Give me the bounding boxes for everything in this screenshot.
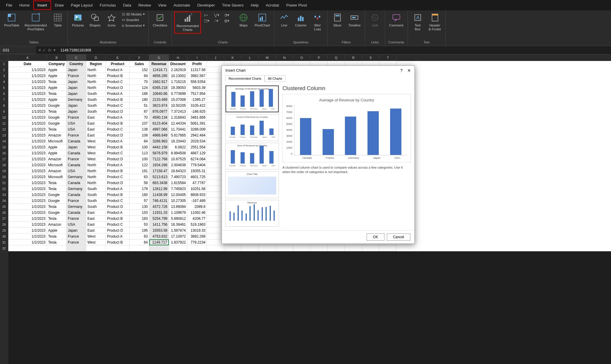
cell[interactable]: 10.50205: [169, 103, 187, 109]
select-all-corner[interactable]: [0, 54, 8, 61]
cell[interactable]: 2089.6: [187, 204, 207, 210]
close-icon[interactable]: ✕: [407, 68, 411, 73]
row-header[interactable]: 1: [0, 61, 8, 67]
cell[interactable]: 1149.717: [149, 239, 169, 245]
cell[interactable]: East: [86, 132, 106, 138]
cell[interactable]: Tesla: [47, 233, 67, 239]
cell[interactable]: 10640.66: [149, 91, 169, 97]
cell[interactable]: [130, 245, 149, 251]
cell[interactable]: West: [86, 239, 106, 245]
cell[interactable]: East: [86, 222, 106, 228]
cell[interactable]: 1.316843: [169, 114, 187, 120]
cell[interactable]: 2.004638: [169, 162, 187, 168]
icons-button[interactable]: Icons: [104, 12, 119, 29]
col-header-D[interactable]: D: [86, 54, 106, 61]
cell[interactable]: South: [86, 91, 106, 97]
cell[interactable]: Product C: [106, 222, 130, 228]
cell[interactable]: North: [86, 67, 106, 73]
cell[interactable]: 113: [130, 150, 149, 156]
col-header-K[interactable]: K: [224, 54, 241, 61]
chart-thumbnail[interactable]: Chart Title: [225, 171, 279, 198]
cell[interactable]: Product D: [106, 204, 130, 210]
cell[interactable]: 12.44334: [169, 120, 187, 126]
cell[interactable]: 16.38461: [169, 222, 187, 228]
cell[interactable]: [106, 245, 130, 251]
cell[interactable]: 10.87525: [169, 156, 187, 162]
cell[interactable]: 108: [130, 132, 149, 138]
cell[interactable]: Japan: [67, 85, 86, 91]
cell[interactable]: 7.490723: [169, 174, 187, 180]
cell[interactable]: 181: [130, 168, 149, 174]
cell[interactable]: 166: [130, 91, 149, 97]
row-header[interactable]: 21: [0, 180, 8, 186]
cell[interactable]: 779.5404: [187, 162, 207, 168]
cell[interactable]: Tesla: [47, 79, 67, 85]
cell[interactable]: Product C: [106, 103, 130, 109]
cell[interactable]: 15.07008: [169, 97, 187, 103]
cell[interactable]: Canada: [67, 210, 86, 216]
pie-chart-icon[interactable]: ◔▾: [224, 13, 233, 17]
cell[interactable]: [259, 245, 276, 251]
cell[interactable]: Canada: [67, 138, 86, 144]
cell[interactable]: 19.39053: [169, 85, 187, 91]
row-header[interactable]: 18: [0, 162, 8, 168]
cell[interactable]: Product D: [106, 228, 130, 233]
cell[interactable]: 4601.725: [187, 174, 207, 180]
cell[interactable]: 5213.613: [149, 174, 169, 180]
cell[interactable]: 1.716215: [169, 79, 187, 85]
row-header[interactable]: 14: [0, 138, 8, 144]
cell[interactable]: 8808.933: [187, 192, 207, 198]
cell[interactable]: 3823.974: [149, 103, 169, 109]
cell[interactable]: [310, 245, 328, 251]
cell[interactable]: Japan: [67, 228, 86, 233]
cell[interactable]: 1/1/2023: [8, 67, 47, 73]
smartart-button[interactable]: ▭SmartArt: [121, 17, 146, 22]
cell[interactable]: Sales: [130, 61, 149, 67]
cell[interactable]: Apple: [47, 150, 67, 156]
cell[interactable]: Region: [86, 61, 106, 67]
cell[interactable]: South: [86, 103, 106, 109]
menu-draw[interactable]: Draw: [51, 1, 67, 9]
sparkline-winloss-button[interactable]: Win/ Loss: [310, 12, 325, 32]
menu-file[interactable]: File: [2, 1, 16, 9]
slicer-button[interactable]: Slicer: [330, 12, 345, 29]
cell[interactable]: Product A: [106, 91, 130, 97]
cell[interactable]: 4208.77: [187, 216, 207, 222]
cell[interactable]: Tesla: [47, 109, 67, 114]
cell[interactable]: 63: [130, 233, 149, 239]
cell[interactable]: 11.70441: [169, 126, 187, 132]
cell[interactable]: 18.20443: [169, 138, 187, 144]
cell[interactable]: North: [86, 79, 106, 85]
cell[interactable]: [345, 245, 362, 251]
cell[interactable]: Tesla: [47, 180, 67, 186]
cell[interactable]: [86, 245, 106, 251]
menu-insert[interactable]: Insert: [33, 1, 51, 10]
cell[interactable]: South: [86, 204, 106, 210]
row-header[interactable]: 24: [0, 198, 8, 204]
cell[interactable]: Canada: [67, 150, 86, 156]
cell[interactable]: 47.7787: [187, 180, 207, 186]
cell[interactable]: 1/2/2023: [8, 186, 47, 192]
cell[interactable]: 1/2/2023: [8, 233, 47, 239]
cell[interactable]: [187, 245, 207, 251]
cell[interactable]: Japan: [67, 67, 86, 73]
cell[interactable]: 1.615584: [169, 180, 187, 186]
cell[interactable]: 130: [130, 204, 149, 210]
pivottable-button[interactable]: PivotTable: [2, 12, 21, 29]
menu-page-layout[interactable]: Page Layout: [67, 1, 96, 9]
cell[interactable]: Product B: [106, 239, 130, 245]
row-header[interactable]: 30: [0, 233, 8, 239]
cell[interactable]: Product B: [106, 216, 130, 222]
col-header-Q[interactable]: Q: [328, 54, 345, 61]
cell[interactable]: 5876.979: [149, 150, 169, 156]
cell[interactable]: Product D: [106, 132, 130, 138]
cell[interactable]: 4442.158: [149, 144, 169, 150]
row-header[interactable]: 28: [0, 222, 8, 228]
cell[interactable]: 5.690812: [169, 216, 187, 222]
cell[interactable]: Product A: [106, 210, 130, 216]
col-header-F[interactable]: F: [130, 54, 149, 61]
cell[interactable]: 1/1/2023: [8, 85, 47, 91]
cell[interactable]: North: [86, 73, 106, 79]
recommended-charts-button[interactable]: ?Recommended Charts: [174, 12, 201, 34]
table-button[interactable]: Table: [50, 12, 65, 29]
